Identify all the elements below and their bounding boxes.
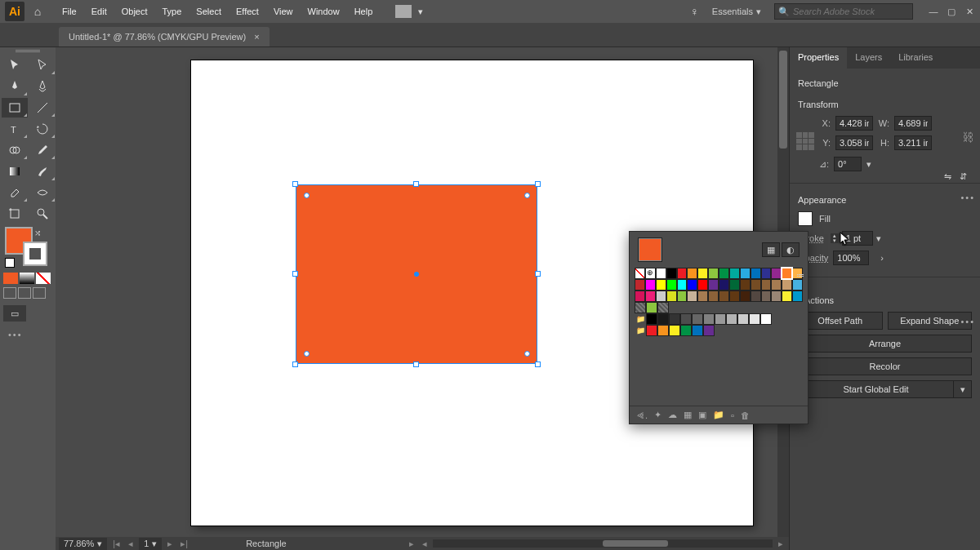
swatch[interactable] bbox=[645, 279, 656, 291]
swatch[interactable] bbox=[751, 268, 761, 279]
break-link-icon[interactable]: ▫ bbox=[731, 410, 734, 420]
curvature-tool[interactable] bbox=[29, 77, 56, 96]
default-fill-stroke-icon[interactable] bbox=[5, 258, 15, 268]
folder-icon[interactable]: 📁 bbox=[635, 313, 646, 325]
scrollbar-thumb[interactable] bbox=[603, 540, 668, 547]
menu-help[interactable]: Help bbox=[348, 3, 380, 20]
zoom-dropdown[interactable]: 77.86%▾ bbox=[59, 538, 107, 550]
swatch[interactable] bbox=[740, 291, 751, 302]
selection-handle[interactable] bbox=[413, 181, 419, 187]
swatch[interactable] bbox=[669, 313, 680, 325]
swatch[interactable] bbox=[737, 313, 749, 325]
swatch[interactable] bbox=[677, 291, 688, 302]
eyedropper-tool[interactable] bbox=[29, 140, 56, 160]
width-tool[interactable] bbox=[29, 183, 56, 202]
menu-object[interactable]: Object bbox=[115, 3, 154, 20]
chevron-down-icon[interactable]: ▾ bbox=[876, 233, 881, 244]
type-tool[interactable]: T bbox=[2, 119, 28, 139]
swatch[interactable] bbox=[656, 268, 666, 279]
swatch[interactable] bbox=[669, 325, 680, 336]
swatch-view-grid-icon[interactable]: ▦ bbox=[762, 242, 780, 257]
screen-mode[interactable]: ▭ bbox=[0, 302, 56, 325]
home-icon[interactable]: ⌂ bbox=[28, 2, 47, 21]
swatch[interactable] bbox=[771, 268, 782, 279]
swatch[interactable] bbox=[692, 325, 703, 336]
corner-widget[interactable] bbox=[304, 193, 310, 198]
stroke-stepper[interactable]: ▴▾ bbox=[831, 233, 839, 243]
paintbrush-tool[interactable] bbox=[29, 162, 56, 181]
menu-effect[interactable]: Effect bbox=[229, 3, 265, 20]
swatch[interactable] bbox=[656, 279, 666, 291]
swatch[interactable] bbox=[657, 325, 669, 336]
color-themes-icon[interactable]: ◐ bbox=[782, 242, 800, 257]
swatch[interactable] bbox=[719, 279, 729, 291]
hscroll-left-icon[interactable]: ▸ bbox=[407, 539, 416, 549]
offset-path-button[interactable]: Offset Path bbox=[798, 312, 883, 330]
swatch[interactable] bbox=[749, 313, 760, 325]
panel-grip[interactable] bbox=[0, 47, 56, 54]
color-mode-gradient[interactable] bbox=[20, 273, 34, 284]
swatch[interactable] bbox=[740, 268, 751, 279]
shape-builder-tool[interactable] bbox=[2, 140, 28, 160]
swatch[interactable] bbox=[657, 313, 669, 325]
swatch[interactable] bbox=[782, 291, 792, 302]
stroke-swatch[interactable] bbox=[23, 242, 47, 266]
flip-horizontal-icon[interactable]: ⇋ bbox=[944, 171, 951, 182]
draw-inside[interactable] bbox=[33, 287, 46, 299]
tab-properties[interactable]: Properties bbox=[790, 47, 847, 69]
swatch[interactable] bbox=[656, 291, 666, 302]
show-kinds-icon[interactable]: ✦ bbox=[654, 410, 662, 420]
global-edit-dropdown[interactable]: ▾ bbox=[954, 380, 972, 398]
swatch[interactable] bbox=[719, 291, 729, 302]
swatch[interactable] bbox=[729, 279, 740, 291]
recolor-button[interactable]: Recolor bbox=[798, 357, 972, 375]
selection-handle[interactable] bbox=[292, 271, 298, 277]
corner-widget[interactable] bbox=[524, 351, 530, 357]
swatch[interactable] bbox=[680, 325, 692, 336]
color-mode-none[interactable] bbox=[36, 273, 51, 284]
chevron-right-icon[interactable]: › bbox=[880, 253, 884, 263]
fill-stroke-control[interactable]: ⤭ bbox=[0, 225, 56, 273]
reference-point[interactable] bbox=[796, 132, 814, 150]
chevron-down-icon[interactable]: ▾ bbox=[866, 159, 871, 170]
tab-layers[interactable]: Layers bbox=[847, 47, 890, 69]
swatch[interactable] bbox=[761, 268, 772, 279]
swatch[interactable] bbox=[751, 279, 761, 291]
current-fill-swatch[interactable] bbox=[638, 237, 662, 262]
swatch[interactable] bbox=[635, 291, 645, 302]
swatch[interactable] bbox=[771, 279, 782, 291]
eraser-tool[interactable] bbox=[2, 183, 28, 202]
selection-tool[interactable] bbox=[2, 55, 28, 75]
horizontal-scrollbar[interactable] bbox=[433, 539, 773, 548]
prev-artboard-icon[interactable]: ◂ bbox=[126, 539, 136, 549]
color-mode-solid[interactable] bbox=[3, 273, 18, 284]
menu-select[interactable]: Select bbox=[189, 3, 228, 20]
swatch[interactable] bbox=[697, 279, 708, 291]
swatch[interactable] bbox=[635, 279, 645, 291]
close-icon[interactable]: ✕ bbox=[964, 7, 975, 17]
swatch[interactable] bbox=[708, 279, 719, 291]
menu-window[interactable]: Window bbox=[301, 3, 346, 20]
swatch[interactable] bbox=[782, 279, 792, 291]
swatch[interactable] bbox=[771, 291, 782, 302]
swatch[interactable] bbox=[760, 313, 772, 325]
first-artboard-icon[interactable]: |◂ bbox=[110, 539, 122, 549]
swatch[interactable] bbox=[697, 291, 708, 302]
line-tool[interactable] bbox=[29, 98, 56, 118]
chevron-down-icon[interactable]: ▾ bbox=[415, 7, 426, 17]
artboard-tool[interactable] bbox=[2, 204, 28, 224]
folder-icon[interactable]: 📁 bbox=[713, 410, 724, 420]
w-input[interactable] bbox=[894, 116, 932, 131]
hscroll-end-icon[interactable]: ▸ bbox=[776, 539, 786, 549]
swatch[interactable] bbox=[726, 313, 737, 325]
swatch[interactable] bbox=[666, 279, 677, 291]
x-input[interactable] bbox=[835, 116, 873, 131]
swatch[interactable] bbox=[666, 268, 677, 279]
search-stock-field[interactable]: 🔍 bbox=[774, 3, 913, 20]
swatch[interactable] bbox=[708, 268, 719, 279]
arrange-button[interactable]: Arrange bbox=[798, 335, 972, 353]
flip-vertical-icon[interactable]: ⇵ bbox=[960, 171, 967, 182]
swatch[interactable] bbox=[677, 279, 688, 291]
rectangle-tool[interactable] bbox=[2, 98, 28, 118]
swatch[interactable] bbox=[635, 302, 646, 313]
